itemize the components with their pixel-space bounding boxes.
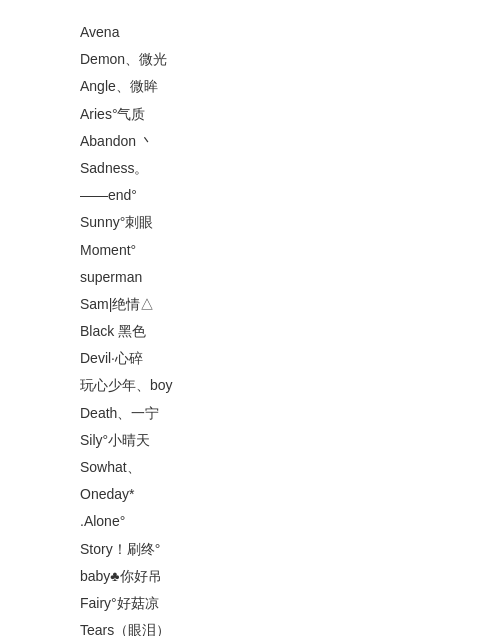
list-item: Abandon 丶: [80, 129, 420, 154]
list-item: Avena: [80, 20, 420, 45]
list-item: Fairy°好菇凉: [80, 591, 420, 616]
list-item: baby♣你好吊: [80, 564, 420, 589]
list-item: Story！刷终°: [80, 537, 420, 562]
list-item: Sam|绝情△: [80, 292, 420, 317]
list-item: Tears（眼泪）: [80, 618, 420, 636]
list-item: Death、一宁: [80, 401, 420, 426]
list-item: ——end°: [80, 183, 420, 208]
list-item: Black 黑色: [80, 319, 420, 344]
list-item: Angle、微眸: [80, 74, 420, 99]
list-item: 玩心少年、boy: [80, 373, 420, 398]
list-item: Devil·心碎: [80, 346, 420, 371]
list-item: superman: [80, 265, 420, 290]
list-item: Sadness。: [80, 156, 420, 181]
list-item: Oneday*: [80, 482, 420, 507]
list-item: Aries°气质: [80, 102, 420, 127]
list-item: Sunny°刺眼: [80, 210, 420, 235]
list-item: .Alone°: [80, 509, 420, 534]
names-list: AvenaDemon、微光Angle、微眸Aries°气质Abandon 丶Sa…: [80, 20, 420, 636]
list-item: Sowhat、: [80, 455, 420, 480]
list-item: Sily°小晴天: [80, 428, 420, 453]
list-item: Demon、微光: [80, 47, 420, 72]
list-item: Moment°: [80, 238, 420, 263]
